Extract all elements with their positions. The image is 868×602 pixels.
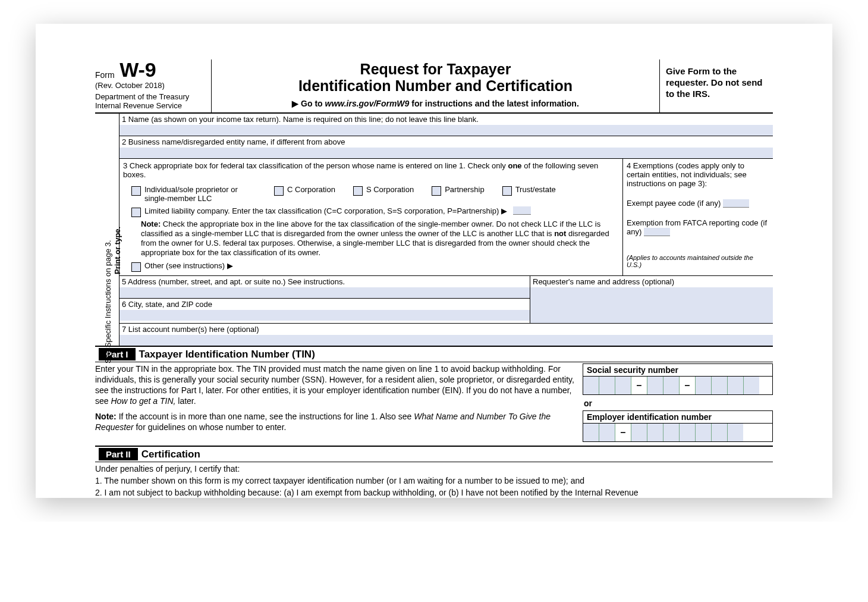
ssn-label: Social security number (583, 363, 773, 376)
certification-intro: Under penalties of perjury, I certify th… (95, 463, 773, 474)
requester-input[interactable] (530, 287, 773, 323)
section-3-4: 3 Check appropriate box for federal tax … (119, 159, 773, 276)
checkbox-label: Partnership (445, 185, 484, 194)
checkbox-icon (131, 208, 141, 217)
form-title-line2: Identification Number and Certification (218, 77, 653, 94)
line-6-input[interactable] (119, 310, 530, 321)
line-3-intro: 3 Check appropriate box for federal tax … (123, 161, 619, 179)
goto-prefix: ▶ Go to (292, 99, 325, 108)
tin-note-b: for guidelines on whose number to enter. (134, 422, 287, 432)
line-7: 7 List account number(s) here (optional) (119, 324, 773, 346)
section-5-6: 5 Address (number, street, and apt. or s… (119, 276, 773, 324)
checkbox-llc[interactable]: Limited liability company. Enter the tax… (131, 206, 619, 217)
section-3: 3 Check appropriate box for federal tax … (119, 159, 623, 275)
part-2-title: Certification (141, 449, 200, 460)
note3-a: Check the appropriate box in the line ab… (141, 220, 600, 238)
checkbox-label: Trust/estate (515, 185, 556, 194)
form-revision: (Rev. October 2018) (95, 81, 208, 90)
line-3-note: Note: Check the appropriate box in the l… (141, 220, 619, 258)
llc-classification-input[interactable] (513, 206, 531, 215)
tin-note: Note: If the account is in more than one… (95, 411, 575, 432)
line-5-input[interactable] (119, 287, 530, 298)
line-6-label: 6 City, state, and ZIP code (119, 299, 530, 310)
note3-not: not (554, 229, 566, 238)
checkbox-individual[interactable]: Individual/sole proprietor or single-mem… (131, 185, 256, 203)
ein-label: Employer identification number (583, 410, 773, 423)
checkbox-icon (131, 186, 141, 196)
tin-note-bold: Note: (95, 412, 117, 421)
side-label: See Specific Instructions on page 3. Pri… (95, 114, 119, 346)
fatca-input[interactable] (644, 228, 670, 236)
tin-text-b: later. (175, 396, 196, 406)
checkbox-other[interactable]: Other (see instructions) ▶ (131, 261, 619, 272)
line-2: 2 Business name/disregarded entity name,… (119, 136, 773, 159)
checkbox-icon (502, 186, 512, 196)
line-7-label: 7 List account number(s) here (optional) (119, 324, 773, 335)
checkbox-icon (353, 186, 363, 196)
header-left: Form W-9 (Rev. October 2018) Department … (95, 59, 212, 112)
checkbox-s-corp[interactable]: S Corporation (353, 185, 414, 203)
line-2-input[interactable] (119, 148, 773, 158)
part-1-title: Taxpayer Identification Number (TIN) (139, 349, 315, 360)
form-w9: Form W-9 (Rev. October 2018) Department … (95, 59, 773, 498)
checkbox-icon (131, 262, 141, 272)
exempt-payee-input[interactable] (723, 199, 749, 208)
form-word: Form (95, 70, 115, 80)
tin-note-a: If the account is in more than one name,… (117, 412, 414, 421)
line-7-input[interactable] (119, 335, 773, 346)
checkbox-trust-estate[interactable]: Trust/estate (502, 185, 556, 203)
form-title-line1: Request for Taxpayer (218, 61, 653, 77)
line-5: 5 Address (number, street, and apt. or s… (119, 276, 530, 299)
line-2-label: 2 Business name/disregarded entity name,… (119, 136, 773, 148)
requester-label: Requester's name and address (optional) (530, 276, 773, 287)
line-5-label: 5 Address (number, street, and apt. or s… (119, 276, 530, 287)
exempt-payee-label: Exempt payee code (if any) (627, 199, 721, 208)
goto-suffix: for instructions and the latest informat… (409, 99, 578, 108)
form-header: Form W-9 (Rev. October 2018) Department … (95, 59, 773, 114)
part-2-header: Part II Certification (95, 446, 773, 462)
checkbox-label: Limited liability company. Enter the tax… (144, 206, 507, 215)
certification-item-1: 1. The number shown on this form is my c… (95, 475, 773, 486)
line-4-intro: 4 Exemptions (codes apply only to certai… (627, 161, 769, 188)
form-goto: ▶ Go to www.irs.gov/FormW9 for instructi… (218, 99, 653, 108)
checkbox-label: C Corporation (287, 185, 335, 194)
ssn-input[interactable]: – – (583, 376, 773, 395)
checkbox-partnership[interactable]: Partnership (432, 185, 484, 203)
checkbox-c-corp[interactable]: C Corporation (274, 185, 335, 203)
requester-block: Requester's name and address (optional) (530, 276, 773, 323)
fatca-note: (Applies to accounts maintained outside … (627, 254, 769, 268)
line-6: 6 City, state, and ZIP code (119, 299, 530, 321)
checkbox-icon (274, 186, 284, 196)
part-1-body: Enter your TIN in the appropriate box. T… (95, 362, 773, 442)
form-department: Department of the Treasury Internal Reve… (95, 92, 208, 110)
checkbox-icon (432, 186, 441, 196)
tin-text-em1: How to get a TIN, (111, 396, 175, 406)
l3a: 3 Check appropriate box for federal tax … (123, 161, 508, 170)
line-1: 1 Name (as shown on your income tax retu… (119, 114, 773, 136)
checkbox-label: Individual/sole proprietor or single-mem… (144, 185, 256, 203)
side-specific-instructions: See Specific Instructions on page 3. (103, 114, 112, 363)
form-number: W-9 (119, 59, 156, 80)
checkbox-label: Other (see instructions) ▶ (144, 261, 233, 270)
side-print-or-type: Print or type. (113, 114, 122, 274)
part-2-tag: Part II (99, 448, 138, 460)
note3-bold: Note: (141, 220, 161, 228)
line-1-label: 1 Name (as shown on your income tax retu… (119, 114, 773, 125)
header-right-note: Give Form to the requester. Do not send … (659, 59, 773, 112)
tin-or: or (584, 399, 773, 408)
goto-url: www.irs.gov/FormW9 (325, 99, 410, 108)
part-1-header: Part I Taxpayer Identification Number (T… (95, 346, 773, 362)
l3b: one (508, 161, 521, 170)
certification-item-2: 2. I am not subject to backup withholdin… (95, 487, 773, 498)
line-1-input[interactable] (119, 125, 773, 136)
ein-input[interactable]: – (583, 423, 773, 442)
section-4: 4 Exemptions (codes apply only to certai… (623, 159, 773, 275)
header-center: Request for Taxpayer Identification Numb… (212, 59, 659, 112)
tin-paragraph: Enter your TIN in the appropriate box. T… (95, 363, 575, 406)
checkbox-label: S Corporation (366, 185, 414, 194)
